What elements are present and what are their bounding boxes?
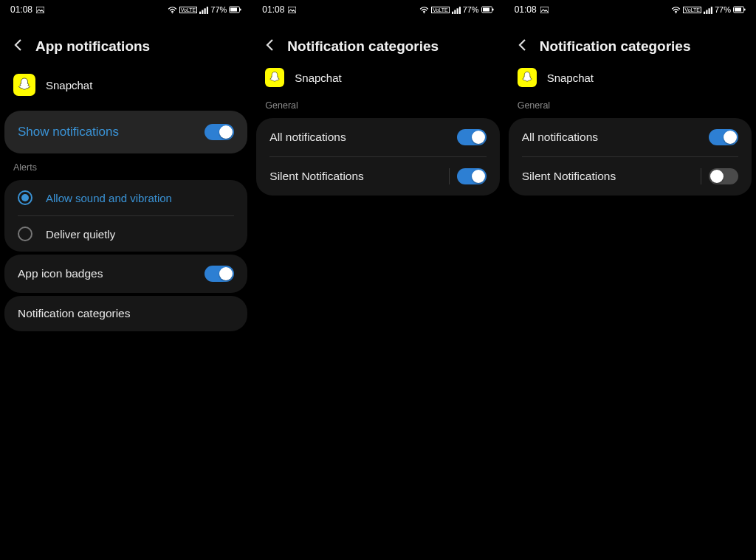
deliver-quietly-label: Deliver quietly — [46, 228, 115, 241]
app-row: Snapchat — [504, 68, 756, 94]
snapchat-icon — [265, 68, 284, 87]
signal-icon — [452, 6, 461, 14]
picture-icon — [540, 7, 549, 13]
page-header: Notification categories — [504, 18, 756, 68]
silent-notifications-toggle[interactable] — [709, 168, 738, 184]
signal-icon — [199, 6, 208, 14]
silent-notifications-label: Silent Notifications — [269, 170, 364, 183]
volte-label: VoLTE — [431, 7, 450, 13]
all-notifications-toggle[interactable] — [709, 129, 738, 145]
snapchat-icon — [13, 74, 35, 96]
status-time: 01:08 — [10, 4, 32, 15]
wifi-icon — [168, 6, 177, 14]
snapchat-icon — [518, 68, 537, 87]
back-button[interactable] — [264, 38, 277, 55]
categories-card: All notifications Silent Notifications — [509, 118, 752, 196]
picture-icon — [288, 7, 296, 13]
silent-notifications-row[interactable]: Silent Notifications — [256, 157, 499, 196]
battery-pct: 77% — [210, 5, 227, 14]
show-notifications-card[interactable]: Show notifications — [4, 111, 247, 153]
silent-notifications-label: Silent Notifications — [522, 170, 616, 183]
general-section-label: General — [252, 94, 504, 115]
allow-sound-label: Allow sound and vibration — [46, 192, 172, 204]
general-section-label: General — [504, 94, 756, 115]
chevron-left-icon — [12, 38, 25, 52]
back-button[interactable] — [516, 38, 529, 55]
all-notifications-row[interactable]: All notifications — [256, 118, 499, 156]
screen-notification-categories-on: 01:08 VoLTE 77% Notification categories … — [252, 0, 504, 560]
divider-vertical — [449, 168, 450, 184]
app-name: Snapchat — [295, 72, 341, 84]
alerts-card: Allow sound and vibration Deliver quietl… — [4, 180, 247, 252]
silent-notifications-row[interactable]: Silent Notifications — [509, 157, 752, 196]
screen-app-notifications: 01:08 VoLTE 77% App notifications Snapch… — [0, 0, 252, 560]
battery-icon — [481, 6, 494, 13]
all-notifications-label: All notifications — [522, 131, 598, 144]
categories-card: All notifications Silent Notifications — [256, 118, 499, 196]
wifi-icon — [671, 6, 681, 14]
status-bar: 01:08 VoLTE 77% — [504, 0, 756, 18]
show-notifications-toggle[interactable] — [205, 124, 234, 140]
screen-notification-categories-off: 01:08 VoLTE 77% Notification categories … — [504, 0, 756, 560]
deliver-quietly-row[interactable]: Deliver quietly — [4, 216, 247, 252]
picture-icon — [36, 7, 44, 13]
app-name: Snapchat — [547, 72, 594, 84]
volte-label: VoLTE — [683, 7, 701, 13]
notification-categories-card[interactable]: Notification categories — [4, 296, 247, 331]
alerts-section-label: Alerts — [0, 156, 252, 177]
volte-label: VoLTE — [179, 7, 198, 13]
status-bar: 01:08 VoLTE 77% — [252, 0, 504, 18]
page-title: Notification categories — [287, 38, 439, 55]
wifi-icon — [419, 6, 429, 14]
page-title: App notifications — [35, 38, 150, 55]
show-notifications-label: Show notifications — [18, 125, 119, 139]
battery-pct: 77% — [463, 5, 479, 14]
page-header: App notifications — [0, 18, 252, 68]
radio-unselected-icon — [18, 227, 32, 241]
app-row: Snapchat — [0, 68, 252, 108]
all-notifications-toggle[interactable] — [457, 129, 487, 145]
status-time: 01:08 — [262, 4, 284, 15]
radio-selected-icon — [18, 190, 32, 205]
app-icon-badges-card[interactable]: App icon badges — [4, 255, 247, 293]
battery-icon — [733, 6, 746, 13]
divider-vertical — [701, 168, 701, 184]
silent-notifications-toggle[interactable] — [457, 168, 487, 184]
all-notifications-label: All notifications — [269, 131, 346, 144]
status-time: 01:08 — [515, 4, 537, 15]
battery-pct: 77% — [715, 5, 731, 14]
allow-sound-row[interactable]: Allow sound and vibration — [4, 180, 247, 215]
app-icon-badges-label: App icon badges — [18, 267, 103, 280]
app-row: Snapchat — [252, 68, 504, 94]
app-name: Snapchat — [46, 79, 92, 91]
app-icon-badges-toggle[interactable] — [205, 266, 234, 282]
battery-icon — [229, 6, 241, 13]
back-button[interactable] — [12, 38, 25, 55]
notification-categories-label: Notification categories — [18, 307, 131, 320]
chevron-left-icon — [264, 38, 277, 52]
signal-icon — [704, 6, 712, 14]
page-title: Notification categories — [540, 38, 691, 55]
chevron-left-icon — [516, 38, 529, 52]
all-notifications-row[interactable]: All notifications — [509, 118, 752, 156]
page-header: Notification categories — [252, 18, 504, 68]
status-bar: 01:08 VoLTE 77% — [0, 0, 252, 18]
